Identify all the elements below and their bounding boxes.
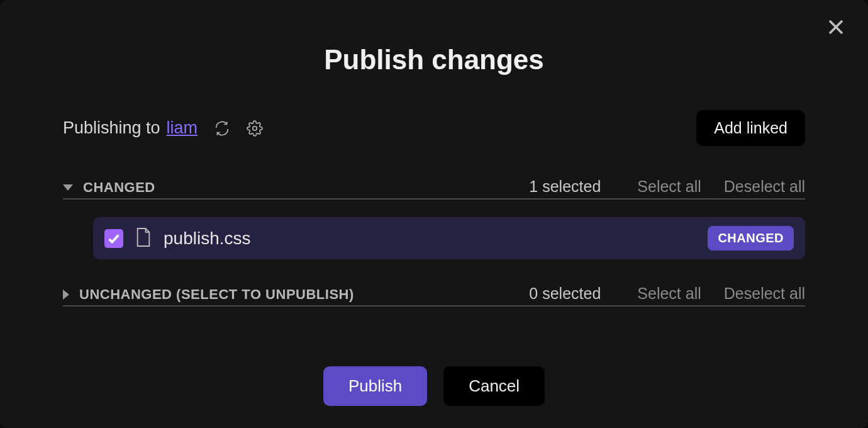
settings-button[interactable] — [247, 120, 263, 137]
refresh-icon — [214, 120, 230, 137]
unchanged-deselect-all[interactable]: Deselect all — [724, 284, 805, 303]
add-linked-button[interactable]: Add linked — [696, 110, 805, 146]
publish-modal: Publish changes Publishing to liam Add l — [0, 0, 868, 428]
check-icon — [107, 232, 121, 245]
unchanged-selected-count: 0 selected — [529, 284, 601, 303]
publishing-prefix: Publishing to — [63, 118, 160, 138]
changed-selected-count: 1 selected — [529, 177, 601, 196]
file-checkbox[interactable] — [104, 229, 123, 248]
unchanged-section-title: UNCHANGED (SELECT TO UNPUBLISH) — [79, 286, 354, 303]
close-icon — [826, 18, 845, 37]
file-status-badge: CHANGED — [708, 226, 794, 251]
changed-select-all[interactable]: Select all — [637, 177, 701, 196]
modal-footer: Publish Cancel — [63, 366, 805, 406]
publish-target-link[interactable]: liam — [167, 118, 198, 138]
file-row[interactable]: publish.css CHANGED — [93, 217, 805, 259]
unchanged-section-header[interactable]: UNCHANGED (SELECT TO UNPUBLISH) 0 select… — [63, 284, 805, 307]
changed-deselect-all[interactable]: Deselect all — [724, 177, 805, 196]
cancel-button[interactable]: Cancel — [443, 366, 545, 406]
caret-right-icon — [63, 290, 69, 300]
unchanged-select-all[interactable]: Select all — [637, 284, 701, 303]
publish-target-row: Publishing to liam Add linked — [63, 110, 805, 146]
svg-point-2 — [253, 126, 257, 130]
file-icon — [135, 227, 152, 251]
modal-title: Publish changes — [63, 44, 805, 76]
changed-section-title: CHANGED — [83, 179, 155, 196]
changed-section-header[interactable]: CHANGED 1 selected Select all Deselect a… — [63, 177, 805, 200]
publish-target-left: Publishing to liam — [63, 118, 263, 138]
caret-down-icon — [63, 184, 73, 191]
gear-icon — [247, 120, 263, 137]
file-name: publish.css — [164, 228, 696, 249]
refresh-button[interactable] — [214, 120, 230, 137]
publish-button[interactable]: Publish — [323, 366, 427, 406]
close-button[interactable] — [826, 18, 845, 39]
